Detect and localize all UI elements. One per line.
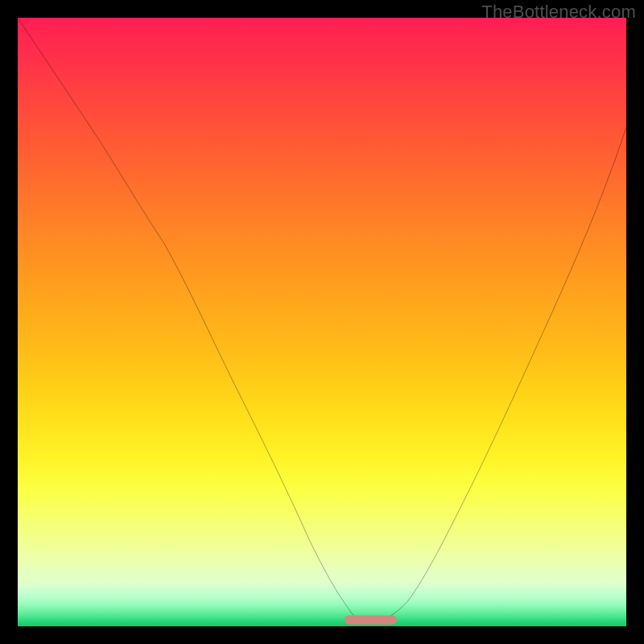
bottleneck-curve	[18, 18, 626, 620]
optimal-zone-marker	[345, 615, 397, 624]
curve-layer	[18, 18, 626, 626]
plot-area	[18, 18, 626, 626]
chart-frame: TheBottleneck.com	[0, 0, 644, 644]
watermark-text: TheBottleneck.com	[481, 2, 636, 23]
